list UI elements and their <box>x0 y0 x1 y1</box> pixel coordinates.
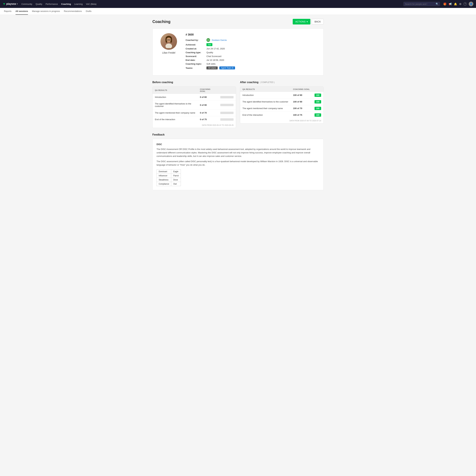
after-col-qa: QA RESULTS <box>240 87 291 92</box>
page-header: Coaching ACTIONS ▾ BACK <box>153 19 323 24</box>
subnav-all-sessions[interactable]: All sessions <box>16 8 28 15</box>
disc-animal: Parrot <box>171 173 181 178</box>
scorecard-row: Scorecard: Chat Scorecard <box>186 55 319 57</box>
after-col-goal: COACHING GOAL <box>291 87 312 92</box>
achieved-label: Achieved: <box>186 43 205 46</box>
coaching-type-value: Quality <box>206 51 213 54</box>
actions-chevron-icon: ▾ <box>306 20 308 23</box>
subnav-recommendations[interactable]: Recommendations <box>64 8 82 15</box>
header-buttons: ACTIONS ▾ BACK <box>293 19 323 24</box>
after-row-score: 100 of 80 <box>291 92 312 99</box>
list-item: Compliance Owl <box>157 182 181 186</box>
nav-quality[interactable]: Quality <box>35 2 42 6</box>
subnav-drafts[interactable]: Drafts <box>86 8 92 15</box>
main-content: Coaching ACTIONS ▾ BACK <box>147 15 329 200</box>
nav-learning[interactable]: Learning <box>74 2 83 6</box>
before-row-label: End of the interaction <box>153 116 198 123</box>
help-icon[interactable]: ? <box>463 2 467 6</box>
before-row-score: 0 of 75 <box>198 116 218 123</box>
before-coaching-title: Before coaching <box>153 81 236 84</box>
nav-voc[interactable]: VoC (Beta) <box>85 2 97 6</box>
feedback-card: DISC The DISC Assessment OR DISC Profile… <box>153 139 323 190</box>
agent-avatar <box>160 33 177 50</box>
disc-animal: Dove <box>171 178 181 182</box>
table-row: The agent identified themselves to the c… <box>153 101 236 110</box>
brand-logo[interactable]: ▼ playvox ▾ <box>3 2 18 6</box>
search-icon: 🔍 <box>436 3 439 5</box>
bell-icon[interactable]: 🔔 <box>454 2 457 6</box>
nav-performance[interactable]: Performance <box>45 2 58 6</box>
before-row-bar <box>218 101 236 110</box>
feedback-disc-title: DISC <box>156 143 320 146</box>
nav-coaching[interactable]: Coaching <box>61 2 71 6</box>
after-row-badge: 100 <box>312 112 323 118</box>
before-row-label: The agent identified themselves to the c… <box>153 101 198 110</box>
teams-row: Teams: All Users Agent Team B <box>186 67 319 69</box>
after-coaching-title-text: After coaching <box>240 81 258 84</box>
profile-avatar-section: Lilian Freidel <box>157 33 180 71</box>
navbar-icons: 🎁 📢 🔔 ⚙ ? 👤 <box>443 2 473 6</box>
list-item: Influencer Parrot <box>157 173 181 178</box>
teams-label: Teams: <box>186 67 205 69</box>
after-row-label: Introduction <box>240 92 291 99</box>
after-coaching-section: After coaching ( COMPLETED ) QA RESULTS … <box>240 81 323 128</box>
achieved-row: Achieved: Yes <box>186 43 319 46</box>
subnav-reports[interactable]: Reports <box>4 8 12 15</box>
after-data-from: DATA FROM 2020-07-06 TO 2020-07-10 <box>240 118 323 123</box>
after-coaching-card: QA RESULTS COACHING GOAL Introduction 10… <box>240 86 323 123</box>
before-row-label: The agent mentioned their company name <box>153 110 198 116</box>
svg-point-8 <box>166 43 172 48</box>
disc-type: Steadiness <box>157 178 171 182</box>
table-row: The agent mentioned their company name 1… <box>240 105 323 112</box>
before-row-bar <box>218 110 236 116</box>
before-row-bar <box>218 94 236 101</box>
scorecard-value: Chat Scorecard <box>206 55 221 57</box>
feedback-section-title: Feedback <box>153 133 323 136</box>
coaching-type-label: Coaching type: <box>186 51 205 54</box>
megaphone-icon[interactable]: 📢 <box>449 2 452 6</box>
feedback-disc-table: Dominant Eagle Influencer Parrot Steadin… <box>156 170 181 186</box>
table-row: End of the interaction 100 of 75 100 <box>240 112 323 118</box>
before-row-label: Introduction <box>153 94 198 101</box>
feedback-paragraph1: The DISC Assessment OR DISC Profile is t… <box>156 148 320 158</box>
table-row: The agent mentioned their company name 0… <box>153 110 236 116</box>
profile-info: # 3600 Coached by: GG Gustavo Garcia Ach… <box>186 33 319 71</box>
achieved-badge: Yes <box>206 43 212 46</box>
nav-community[interactable]: Community <box>21 2 33 6</box>
feedback-paragraph2: The DISC assessment (often called DISC p… <box>156 160 320 167</box>
before-coaching-card: QA RESULTS COACHING GOAL Introduction 0 … <box>153 86 236 128</box>
created-label: Created at: <box>186 48 205 50</box>
coaching-sections: Before coaching QA RESULTS COACHING GOAL… <box>153 81 323 128</box>
avatar[interactable]: 👤 <box>469 2 473 6</box>
brand-name: playvox <box>6 2 16 5</box>
disc-animal: Eagle <box>171 170 181 173</box>
agent-name: Lilian Freidel <box>162 51 175 54</box>
after-row-badge: 100 <box>312 92 323 99</box>
coaching-topic-label: Coaching topic: <box>186 63 205 65</box>
created-value: Jun 29 17:42, 2020 <box>206 48 225 50</box>
coached-by-link[interactable]: Gustavo Garcia <box>212 39 227 41</box>
table-row: End of the interaction 0 of 75 <box>153 116 236 123</box>
gear-icon[interactable]: ⚙ <box>459 2 461 6</box>
before-coaching-title-text: Before coaching <box>153 81 173 84</box>
subnav-manage-sessions[interactable]: Manage sessions in progress <box>32 8 60 15</box>
search-bar[interactable]: 🔍 <box>404 2 440 6</box>
before-coaching-table: QA RESULTS COACHING GOAL Introduction 0 … <box>153 87 236 123</box>
table-row: Introduction 100 of 80 100 <box>240 92 323 99</box>
table-row: Introduction 0 of 80 <box>153 94 236 101</box>
before-col-goal: COACHING GOAL <box>198 87 218 94</box>
list-item: Steadiness Dove <box>157 178 181 182</box>
coaching-type-row: Coaching type: Quality <box>186 51 319 54</box>
after-row-label: The agent mentioned their company name <box>240 105 291 112</box>
before-data-from: DATA FROM 2020-06-22 TO 2020-06-26 <box>153 123 236 128</box>
back-button[interactable]: BACK <box>312 19 323 24</box>
disc-type: Influencer <box>157 173 171 178</box>
search-input[interactable] <box>405 3 435 5</box>
after-row-badge: 100 <box>312 99 323 105</box>
profile-id: # 3600 <box>186 33 319 36</box>
actions-button[interactable]: ACTIONS ▾ <box>293 19 310 24</box>
coached-by-label: Coached by: <box>186 39 205 41</box>
disc-animal: Owl <box>171 182 181 186</box>
gift-icon[interactable]: 🎁 <box>443 2 447 6</box>
before-coaching-section: Before coaching QA RESULTS COACHING GOAL… <box>153 81 236 128</box>
